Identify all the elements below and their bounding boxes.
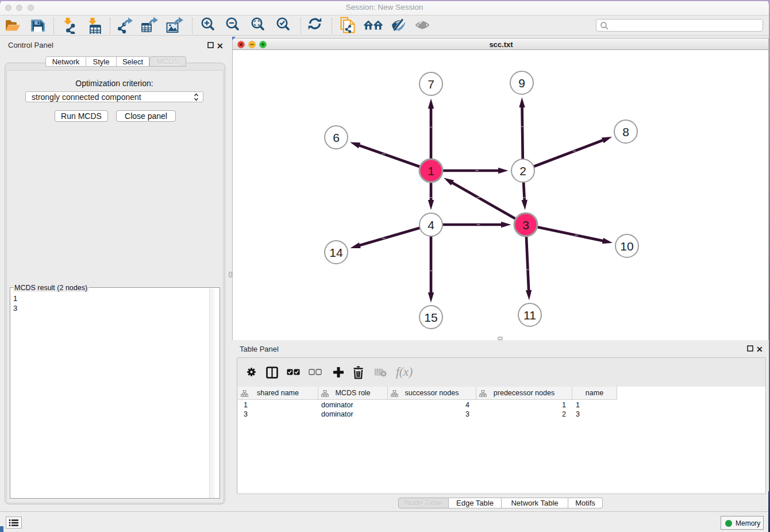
svg-text:11: 11 (523, 309, 536, 322)
svg-text:2: 2 (519, 164, 526, 178)
svg-text:15: 15 (424, 311, 437, 324)
svg-text:14: 14 (329, 246, 343, 259)
svg-text:4: 4 (428, 218, 434, 232)
svg-text:1: 1 (428, 164, 434, 178)
svg-text:10: 10 (620, 240, 633, 253)
svg-text:8: 8 (622, 125, 629, 138)
svg-text:6: 6 (333, 131, 340, 144)
svg-text:9: 9 (518, 76, 525, 90)
svg-text:7: 7 (428, 78, 434, 91)
svg-text:3: 3 (522, 218, 529, 232)
